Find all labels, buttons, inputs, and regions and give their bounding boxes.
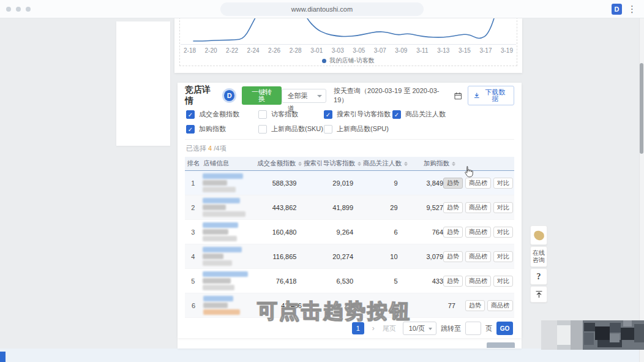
filter-item[interactable]: 上新商品数(SKU): [258, 124, 324, 134]
mouse-cursor-icon: [463, 166, 473, 178]
filter-item[interactable]: ✓成交金额指数: [186, 110, 258, 119]
store-info-cell: [201, 270, 253, 292]
one-key-convert-button[interactable]: 一键转换: [242, 86, 281, 105]
arrow-to-top-icon: [535, 290, 543, 298]
action-button-compare[interactable]: 对比: [493, 227, 513, 238]
store-name-redacted-link[interactable]: [203, 247, 242, 252]
window-dot-3[interactable]: [26, 7, 31, 12]
action-button-product-rank[interactable]: 商品榜: [465, 227, 491, 238]
metric-value-cell: 9,527: [398, 204, 443, 211]
rank-cell: 5: [185, 277, 201, 285]
chevron-down-icon: [429, 328, 432, 330]
checkbox-checked-icon[interactable]: ✓: [324, 110, 332, 119]
checkbox-unchecked-icon[interactable]: [324, 125, 332, 134]
filter-item[interactable]: ✓搜索引导访客指数: [324, 110, 392, 119]
store-name-redacted-link[interactable]: [203, 222, 238, 228]
consult-label-line1: 在线: [533, 249, 545, 257]
x-tick-label: 2-24: [244, 47, 263, 54]
actions-cell: 趋势商品榜对比: [443, 276, 514, 287]
x-tick-label: 3-13: [434, 47, 452, 54]
filter-label: 成交金额指数: [199, 110, 239, 119]
legend-dot-icon: [322, 59, 326, 63]
visitor-line-path: [193, 18, 500, 41]
action-button-trend[interactable]: 趋势: [443, 178, 463, 189]
jump-to-label: 跳转至: [441, 324, 461, 333]
browser-menu-icon[interactable]: ⋮: [627, 3, 637, 15]
x-tick-label: 3-03: [329, 47, 347, 54]
visitor-chart-card: 2-182-202-222-242-262-283-013-033-053-07…: [174, 18, 522, 73]
go-button[interactable]: GO: [496, 322, 513, 335]
chart-legend[interactable]: 我的店铺-访客数: [174, 56, 522, 65]
page-unit-label: 页: [485, 324, 492, 333]
store-detail-redacted: [203, 180, 227, 186]
filter-item[interactable]: ✓加购指数: [186, 124, 258, 134]
filter-item[interactable]: 上新商品数(SPU): [324, 124, 392, 134]
channel-select[interactable]: 全部渠道: [282, 89, 326, 103]
store-name-redacted-link[interactable]: [203, 271, 248, 277]
bottom-strip: [0, 349, 644, 362]
action-button-compare[interactable]: 对比: [493, 276, 513, 287]
window-dot-1[interactable]: [6, 7, 11, 12]
metric-value-cell: 160,480: [253, 228, 297, 236]
store-info-cell: [201, 172, 253, 194]
actions-cell: 趋势商品榜: [455, 300, 514, 311]
store-detail-redacted: [203, 229, 228, 235]
help-button[interactable]: ?: [530, 268, 547, 285]
action-button-compare[interactable]: 对比: [493, 178, 513, 189]
action-button-product-rank[interactable]: 商品榜: [465, 202, 491, 213]
x-tick-label: 3-07: [371, 47, 389, 54]
diantoushi-logo-icon[interactable]: D: [224, 90, 234, 101]
x-tick-label: 2-28: [286, 47, 305, 54]
action-button-trend[interactable]: 趋势: [443, 227, 463, 238]
date-range-text[interactable]: 按天查询（2020-03-19 至 2020-03-19）: [334, 86, 449, 105]
store-name-redacted-link[interactable]: [203, 173, 243, 179]
header-metric: 加购指数: [408, 159, 455, 168]
action-button-product-rank[interactable]: 商品榜: [465, 178, 491, 189]
metric-value-cell: 29: [353, 204, 398, 211]
store-name-redacted-link[interactable]: [203, 198, 240, 203]
action-button-product-rank[interactable]: 商品榜: [465, 251, 491, 262]
back-to-top-button[interactable]: [530, 286, 547, 303]
metric-value-cell: 3,079: [398, 253, 443, 260]
calendar-icon[interactable]: [454, 92, 462, 100]
window-dot-2[interactable]: [16, 7, 21, 12]
checkbox-checked-icon[interactable]: ✓: [392, 110, 401, 119]
action-button-trend[interactable]: 趋势: [443, 251, 463, 262]
filter-label: 搜索引导访客指数: [337, 110, 391, 119]
store-info-cell: [201, 246, 253, 267]
scrollbar-thumb[interactable]: [640, 63, 643, 154]
rank-cell: 4: [185, 253, 201, 260]
selected-count-line: 已选择 4 /4项: [186, 144, 514, 153]
store-detail-redacted: [203, 187, 236, 192]
action-button-trend[interactable]: 趋势: [443, 276, 463, 287]
overlay-caption: 可点击趋势按钮: [257, 298, 411, 325]
table-row: 4116,86520,274103,079趋势商品榜对比: [185, 244, 514, 269]
action-button-trend[interactable]: 趋势: [443, 202, 463, 213]
checkbox-checked-icon[interactable]: ✓: [186, 110, 195, 119]
filter-label: 加购指数: [199, 124, 226, 134]
action-button-product-rank[interactable]: 商品榜: [487, 300, 513, 311]
online-consult-button[interactable]: 在线 咨询: [530, 246, 547, 267]
address-bar[interactable]: www.diantoushi.com: [220, 2, 424, 16]
checkbox-unchecked-icon[interactable]: [258, 110, 267, 119]
bottom-left-accent: [0, 352, 6, 362]
store-info-cell: [202, 295, 256, 316]
chevron-down-icon: [317, 95, 322, 97]
action-button-product-rank[interactable]: 商品榜: [465, 276, 491, 287]
checkbox-unchecked-icon[interactable]: [258, 125, 267, 134]
download-data-button[interactable]: 下载数据: [468, 86, 514, 105]
qr-contact-button[interactable]: [530, 225, 547, 245]
store-name-redacted-link[interactable]: [203, 296, 233, 301]
x-tick-label: 3-05: [350, 47, 368, 54]
action-button-trend[interactable]: 趋势: [465, 300, 485, 311]
filter-item[interactable]: ✓商品关注人数: [392, 110, 514, 119]
sort-icon[interactable]: [452, 162, 455, 166]
action-button-compare[interactable]: 对比: [493, 251, 513, 262]
header-metric-label: 商品关注人数: [363, 159, 402, 168]
jump-page-input[interactable]: [465, 322, 481, 335]
metric-value-cell: 29,019: [296, 179, 353, 187]
extension-icon[interactable]: D: [612, 4, 622, 15]
action-button-compare[interactable]: 对比: [493, 202, 513, 213]
question-mark-icon: ?: [537, 272, 541, 282]
checkbox-checked-icon[interactable]: ✓: [186, 125, 195, 134]
